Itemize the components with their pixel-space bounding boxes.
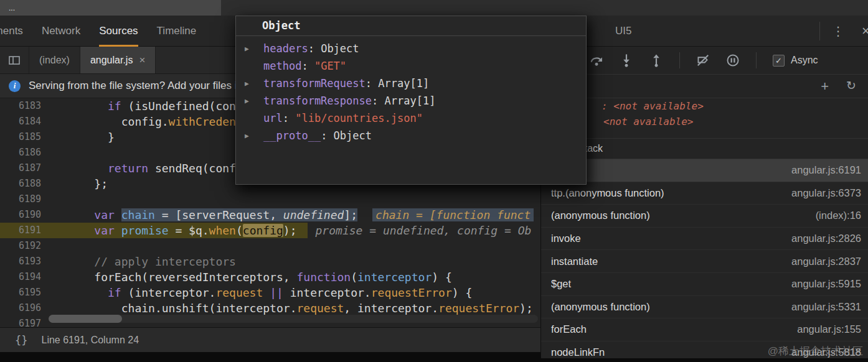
line-number[interactable]: 6194: [0, 269, 49, 285]
object-property[interactable]: ▶transformRequest: Array[1]: [236, 75, 586, 92]
line-number[interactable]: 6186: [0, 145, 49, 160]
tabbar-divider: [819, 22, 820, 40]
pretty-print-icon[interactable]: {}: [15, 334, 27, 346]
line-number[interactable]: 6196: [0, 300, 49, 316]
file-tab-label: (index): [39, 55, 70, 66]
navigator-toggle-icon[interactable]: [0, 47, 29, 73]
browser-tab[interactable]: ...: [0, 0, 221, 16]
line-number[interactable]: 6191: [0, 223, 49, 238]
object-property[interactable]: ▶headers: Object: [236, 40, 586, 57]
code-line-6189: 6189: [0, 192, 540, 207]
code-text: var chain = [serverRequest, undefined];c…: [49, 207, 534, 223]
file-tab-angular-js[interactable]: angular.js×: [80, 47, 156, 73]
deactivate-breakpoints-icon[interactable]: [696, 53, 710, 67]
property-value: "lib/countries.json": [295, 112, 423, 124]
expand-arrow-icon[interactable]: ▶: [236, 45, 263, 53]
property-colon: :: [308, 42, 321, 55]
property-colon: :: [366, 77, 378, 90]
tab-network[interactable]: Network: [42, 16, 80, 47]
frame-function: (anonymous function): [551, 210, 650, 221]
property-value: "GET": [314, 60, 346, 72]
line-number[interactable]: 6188: [0, 176, 49, 192]
property-colon: :: [321, 129, 333, 142]
property-name: headers: [263, 42, 308, 55]
stack-frame[interactable]: (anonymous function)(index):16: [541, 205, 868, 228]
watch-value[interactable]: <not available>: [541, 114, 868, 129]
line-number[interactable]: 6193: [0, 254, 49, 269]
watch-value[interactable]: : <not available>: [541, 98, 868, 114]
watch-items: : <not available><not available>: [541, 98, 868, 138]
line-number[interactable]: 6184: [0, 114, 49, 129]
stack-frame[interactable]: instantiateangular.js:2837: [541, 250, 868, 273]
code-line-6196: 6196 chain.unshift(interceptor.request, …: [0, 300, 540, 316]
frame-location: angular.js:5331: [791, 301, 861, 313]
code-line-6194: 6194 forEach(reversedInterceptors, funct…: [0, 269, 540, 285]
frame-function: ttp.(anonymous function): [551, 187, 664, 199]
call-stack-header[interactable]: Call Stack: [541, 138, 868, 159]
call-stack-list: angular.js:6191ttp.(anonymous function)a…: [541, 159, 868, 362]
line-number[interactable]: 6183: [0, 98, 49, 114]
tab-ui5[interactable]: UI5: [615, 16, 631, 47]
refresh-watch-icon[interactable]: ↻: [846, 80, 856, 93]
horizontal-scrollbar[interactable]: [49, 315, 538, 323]
stack-frame[interactable]: ttp.(anonymous function)angular.js:6373: [541, 182, 868, 205]
code-text: if (interceptor.request || interceptor.r…: [49, 285, 472, 300]
line-number[interactable]: 6190: [0, 207, 49, 223]
watermark: @稀土掘金技术社区: [768, 344, 863, 358]
tab-timeline[interactable]: Timeline: [157, 16, 197, 47]
pause-on-exceptions-icon[interactable]: [726, 53, 740, 67]
debugger-toolbar: ✓Async: [541, 47, 868, 75]
frame-location: angular.js:6373: [791, 187, 861, 199]
info-icon: i: [9, 80, 21, 92]
frame-function: invoke: [551, 233, 581, 244]
scrollbar-thumb[interactable]: [49, 315, 122, 323]
property-name: __proto__: [263, 129, 321, 142]
file-tabs: (index)angular.js×: [29, 47, 156, 73]
stack-frame[interactable]: $getangular.js:5915: [541, 273, 868, 296]
property-name: url: [263, 112, 283, 124]
code-line-6193: 6193 // apply interceptors: [0, 254, 540, 269]
stack-frame[interactable]: invokeangular.js:2826: [541, 228, 868, 251]
frame-location: angular.js:155: [797, 323, 861, 335]
close-icon[interactable]: ×: [862, 16, 868, 47]
object-property[interactable]: method: "GET": [236, 57, 586, 75]
property-value: Object: [321, 42, 359, 55]
frame-location: angular.js:2826: [791, 233, 861, 244]
code-text: var promise = $q.when(config);promise = …: [49, 223, 531, 238]
stack-frame[interactable]: forEachangular.js:155: [541, 318, 868, 341]
code-text: forEach(reversedInterceptors, function(i…: [49, 269, 452, 285]
toolbar-divider: [756, 52, 757, 68]
stack-frame[interactable]: angular.js:6191: [541, 159, 868, 182]
object-property[interactable]: ▶__proto__: Object: [236, 127, 586, 144]
expand-arrow-icon[interactable]: ▶: [236, 132, 263, 140]
expand-arrow-icon[interactable]: ▶: [236, 97, 263, 105]
step-out-icon[interactable]: [649, 53, 663, 67]
code-text: [49, 192, 67, 207]
async-checkbox[interactable]: ✓: [773, 55, 785, 67]
step-into-icon[interactable]: [620, 53, 633, 67]
async-label: Async: [791, 55, 818, 66]
line-number[interactable]: 6189: [0, 192, 49, 207]
object-property[interactable]: url: "lib/countries.json": [236, 109, 586, 127]
devtools-tabbar-tabs: ElementsNetworkSourcesTimeline: [0, 16, 196, 47]
watch-section-header[interactable]: Watch + ↻: [541, 75, 868, 98]
overflow-menu-icon[interactable]: ⋮: [832, 16, 844, 47]
object-property[interactable]: ▶transformResponse: Array[1]: [236, 92, 586, 109]
line-number[interactable]: 6195: [0, 285, 49, 300]
line-number[interactable]: 6187: [0, 160, 49, 176]
line-number[interactable]: 6185: [0, 129, 49, 145]
stack-frame[interactable]: (anonymous function)angular.js:5331: [541, 296, 868, 319]
file-tab--index-[interactable]: (index): [29, 47, 80, 73]
code-line-6191: 6191 var promise = $q.when(config);promi…: [0, 223, 540, 238]
expand-arrow-icon[interactable]: ▶: [236, 80, 263, 88]
tab-elements[interactable]: Elements: [0, 16, 23, 47]
line-number[interactable]: 6192: [0, 238, 49, 254]
property-colon: :: [283, 112, 295, 124]
close-tab-icon[interactable]: ×: [139, 54, 145, 67]
tab-sources[interactable]: Sources: [99, 16, 138, 47]
toolbar-divider: [679, 52, 680, 68]
step-over-icon[interactable]: [590, 53, 603, 67]
cursor-position: Line 6191, Column 24: [41, 335, 139, 346]
property-colon: :: [372, 95, 384, 107]
add-watch-icon[interactable]: +: [821, 80, 829, 93]
